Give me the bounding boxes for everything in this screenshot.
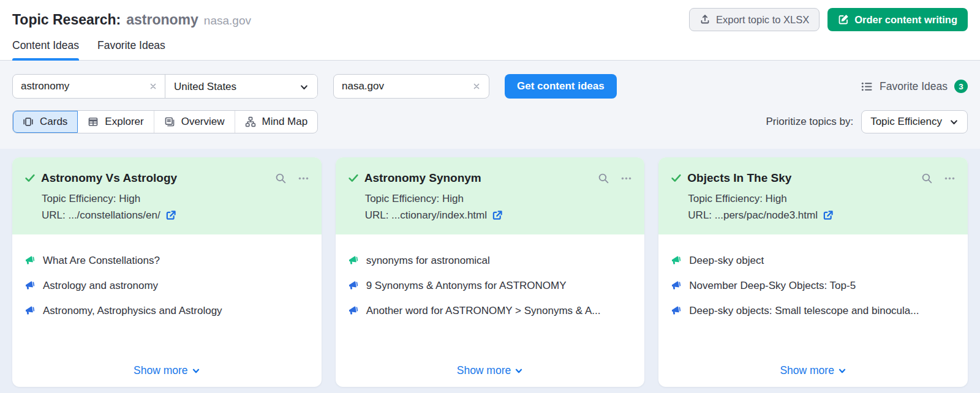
view-explorer[interactable]: Explorer <box>78 111 154 133</box>
external-link-icon[interactable] <box>492 210 503 221</box>
search-icon[interactable] <box>921 173 933 184</box>
megaphone-icon <box>671 305 681 316</box>
view-mind-map-label: Mind Map <box>262 116 308 128</box>
topic-card: Objects In The Sky Topic Efficiency: Hig… <box>658 157 968 387</box>
show-more-link[interactable]: Show more <box>134 364 200 378</box>
headline-item[interactable]: Astrology and astronomy <box>24 280 309 292</box>
overview-view-icon <box>164 116 175 127</box>
megaphone-icon <box>24 280 35 291</box>
megaphone-icon <box>671 255 681 266</box>
clear-domain-icon[interactable] <box>472 82 481 91</box>
tab-content-ideas-label: Content Ideas <box>12 39 79 51</box>
favorite-ideas-label: Favorite Ideas <box>880 80 948 93</box>
top-bar: Topic Research: astronomy nasa.gov Expor… <box>0 0 980 37</box>
megaphone-icon <box>24 305 35 316</box>
top-actions: Export topic to XLSX Order content writi… <box>689 8 968 31</box>
headline-item[interactable]: Deep-sky object <box>671 255 956 267</box>
view-overview-label: Overview <box>181 116 225 128</box>
country-select-value: United States <box>174 81 236 93</box>
card-body: Deep-sky object November Deep-Sky Object… <box>658 234 968 387</box>
list-icon <box>861 81 873 92</box>
headline-item[interactable]: 9 Synonyms & Antonyms for ASTRONOMY <box>348 280 633 292</box>
headline-item[interactable]: Astronomy, Astrophysics and Astrology <box>24 305 309 317</box>
check-icon <box>348 173 359 184</box>
search-icon[interactable] <box>598 173 609 184</box>
card-url: URL: ...pers/pac/node3.html <box>688 207 818 223</box>
prioritize-wrap: Prioritize topics by: Topic Efficiency <box>766 110 968 133</box>
tab-favorite-ideas[interactable]: Favorite Ideas <box>97 37 165 60</box>
view-mind-map[interactable]: Mind Map <box>235 111 318 133</box>
megaphone-icon <box>348 255 358 266</box>
country-select[interactable]: United States <box>165 75 317 99</box>
topic-card: Astronomy Synonym Topic Efficiency: High <box>336 157 645 387</box>
topic-card: Astronomy Vs Astrology Topic Efficiency:… <box>12 157 322 387</box>
view-switcher: Cards Explorer <box>12 110 318 133</box>
more-options-icon[interactable] <box>298 173 309 184</box>
view-overview[interactable]: Overview <box>154 111 235 133</box>
keyword-field-wrap <box>13 75 165 98</box>
card-body: What Are Constellations? Astrology and a… <box>12 234 322 387</box>
view-row: Cards Explorer <box>12 110 968 133</box>
filter-area: United States Get content ideas <box>0 61 980 149</box>
keyword-input[interactable] <box>21 80 131 92</box>
card-header: Objects In The Sky Topic Efficiency: Hig… <box>658 157 968 234</box>
topic-cards-grid: Astronomy Vs Astrology Topic Efficiency:… <box>0 149 980 393</box>
page-title-domain: nasa.gov <box>204 14 251 28</box>
card-url: URL: .../constellations/en/ <box>42 207 160 223</box>
tab-content-ideas[interactable]: Content Ideas <box>12 37 79 60</box>
card-header: Astronomy Synonym Topic Efficiency: High <box>336 157 645 234</box>
get-content-ideas-button[interactable]: Get content ideas <box>505 74 617 99</box>
card-url: URL: ...ctionary/index.html <box>365 207 487 223</box>
favorites-count-badge: 3 <box>954 80 968 93</box>
headline-item[interactable]: November Deep-Sky Objects: Top-5 <box>671 280 956 292</box>
topic-efficiency: Topic Efficiency: High <box>365 190 633 207</box>
export-xlsx-label: Export topic to XLSX <box>716 14 809 26</box>
explorer-view-icon <box>88 116 99 127</box>
tab-bar: Content Ideas Favorite Ideas <box>0 37 980 61</box>
upload-icon <box>699 14 710 25</box>
chevron-down-icon <box>838 367 846 375</box>
show-more-link[interactable]: Show more <box>457 364 524 378</box>
prioritize-label: Prioritize topics by: <box>766 116 853 128</box>
page-title: Topic Research: astronomy nasa.gov <box>12 12 251 28</box>
chevron-down-icon <box>192 367 200 375</box>
megaphone-icon <box>671 280 681 291</box>
tab-favorite-ideas-label: Favorite Ideas <box>97 39 165 51</box>
topic-efficiency: Topic Efficiency: High <box>688 190 956 207</box>
order-content-writing-label: Order content writing <box>854 14 957 26</box>
show-more-link[interactable]: Show more <box>780 364 846 378</box>
search-icon[interactable] <box>275 173 287 184</box>
edit-icon <box>838 14 849 25</box>
megaphone-icon <box>24 255 35 266</box>
page-title-label: Topic Research: <box>12 12 121 28</box>
check-icon <box>671 173 682 184</box>
chevron-down-icon <box>514 367 523 375</box>
megaphone-icon <box>348 305 358 316</box>
export-xlsx-button[interactable]: Export topic to XLSX <box>689 8 820 31</box>
card-title: Astronomy Synonym <box>364 171 593 185</box>
card-title: Objects In The Sky <box>687 171 916 185</box>
headline-item[interactable]: Another word for ASTRONOMY > Synonyms & … <box>348 305 633 317</box>
domain-field-wrap <box>333 74 489 99</box>
megaphone-icon <box>348 280 358 291</box>
headline-item[interactable]: synonyms for astronomical <box>348 255 633 267</box>
topic-efficiency: Topic Efficiency: High <box>42 190 309 207</box>
check-icon <box>24 173 36 184</box>
more-options-icon[interactable] <box>620 173 632 184</box>
view-cards[interactable]: Cards <box>13 111 78 133</box>
page-title-topic: astronomy <box>126 12 198 28</box>
external-link-icon[interactable] <box>165 210 176 221</box>
mind-map-view-icon <box>245 116 256 127</box>
cards-view-icon <box>23 116 34 127</box>
headline-item[interactable]: What Are Constellations? <box>24 255 309 267</box>
domain-input[interactable] <box>342 80 458 92</box>
prioritize-select[interactable]: Topic Efficiency <box>861 110 968 133</box>
headline-item[interactable]: Deep-sky objects: Small telescope and bi… <box>671 305 956 317</box>
favorite-ideas-link[interactable]: Favorite Ideas 3 <box>861 80 968 93</box>
clear-keyword-icon[interactable] <box>149 82 157 91</box>
keyword-country-group: United States <box>12 74 318 99</box>
prioritize-select-value: Topic Efficiency <box>870 116 942 128</box>
order-content-writing-button[interactable]: Order content writing <box>827 8 968 31</box>
more-options-icon[interactable] <box>944 173 956 184</box>
external-link-icon[interactable] <box>823 210 834 221</box>
